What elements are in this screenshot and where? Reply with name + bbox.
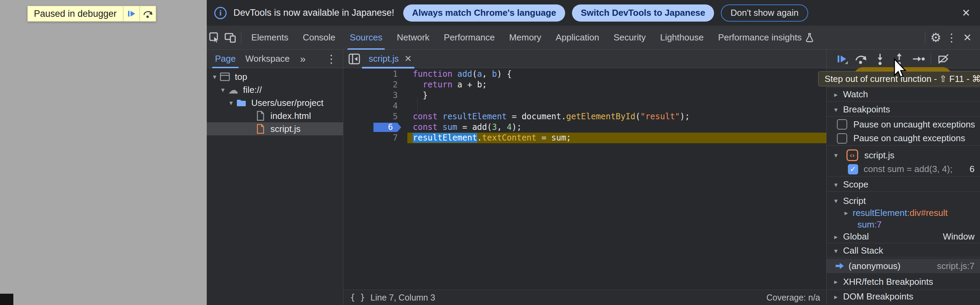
- tree-item-project-folder[interactable]: ▾ Users/user/project: [207, 96, 343, 109]
- scope-var-sum[interactable]: sum: 7: [827, 219, 980, 230]
- code-line-6[interactable]: const sum = add(3, 4);: [407, 122, 826, 133]
- breakpoint-group-script-js[interactable]: ▾ ‹› script.js: [827, 149, 980, 162]
- tab-sources[interactable]: Sources: [343, 26, 390, 50]
- expand-arrow-icon[interactable]: ▾: [832, 197, 840, 205]
- collapse-arrow-icon[interactable]: ▸: [832, 91, 840, 99]
- tab-network[interactable]: Network: [390, 26, 436, 50]
- navigator-tab-workspace[interactable]: Workspace: [244, 50, 291, 68]
- switch-to-japanese-button[interactable]: Switch DevTools to Japanese: [572, 5, 714, 22]
- code-line-2[interactable]: return a + b;: [407, 80, 826, 90]
- resume-script-button[interactable]: [123, 6, 139, 21]
- section-breakpoints[interactable]: ▾ Breakpoints: [827, 103, 980, 117]
- step-into-button[interactable]: [870, 50, 889, 68]
- expand-arrow-icon[interactable]: ▾: [832, 180, 840, 189]
- step-over-banner-button[interactable]: [139, 6, 156, 21]
- editor-tab-close-icon[interactable]: ✕: [404, 53, 412, 64]
- always-match-language-button[interactable]: Always match Chrome's language: [403, 5, 565, 22]
- expand-arrow-icon[interactable]: ▾: [832, 247, 840, 255]
- call-stack-frame-row[interactable]: (anonymous) script.js:7: [827, 259, 980, 273]
- checkbox-checked[interactable]: ✓: [848, 164, 858, 174]
- gutter-line-1[interactable]: 1: [343, 69, 407, 80]
- gutter-line-4[interactable]: 4: [343, 101, 407, 111]
- section-dom-breakpoints[interactable]: ▸ DOM Breakpoints: [827, 289, 980, 303]
- gutter-line-2[interactable]: 2: [343, 80, 407, 90]
- code-token: a: [477, 69, 482, 79]
- editor-tab-script-js[interactable]: script.js ✕: [367, 50, 414, 68]
- code-token: .: [477, 133, 482, 142]
- deactivate-breakpoints-button[interactable]: [934, 50, 953, 68]
- tree-item-top[interactable]: ▾ top: [207, 70, 343, 83]
- gutter-line-3[interactable]: 3: [343, 90, 407, 101]
- checkbox-unchecked[interactable]: [837, 133, 847, 144]
- gutter-line-7[interactable]: 7: [343, 133, 407, 143]
- code-token: = document.: [507, 112, 566, 121]
- code-editor[interactable]: 1234567 function add(a, b) { return a + …: [343, 68, 826, 289]
- code-line-4[interactable]: [407, 101, 826, 111]
- tab-lighthouse[interactable]: Lighthouse: [653, 26, 711, 50]
- resume-script-execution-button[interactable]: [832, 50, 851, 68]
- tree-label: script.js: [270, 124, 301, 134]
- section-watch[interactable]: ▸ Watch: [827, 88, 980, 101]
- breakpoint-code-snippet: const sum = add(3, 4);: [864, 164, 952, 174]
- breakpoint-marker[interactable]: 6: [374, 123, 401, 132]
- more-tabs-chevrons-icon[interactable]: »: [300, 53, 305, 65]
- code-line-1[interactable]: function add(a, b) {: [407, 69, 826, 80]
- code-line-3[interactable]: }: [407, 90, 826, 101]
- pretty-print-braces-icon[interactable]: { }: [343, 293, 371, 302]
- checkbox-unchecked[interactable]: [837, 119, 847, 129]
- section-scope[interactable]: ▾ Scope: [827, 178, 980, 192]
- collapse-arrow-icon[interactable]: ▸: [832, 278, 840, 286]
- paused-banner-label: Paused in debugger: [28, 6, 123, 21]
- collapse-arrow-icon[interactable]: ▸: [832, 293, 840, 301]
- var-value: div#result: [910, 208, 948, 218]
- inspect-element-icon[interactable]: [207, 29, 223, 47]
- tab-memory[interactable]: Memory: [502, 26, 548, 50]
- section-xhr-breakpoints[interactable]: ▸ XHR/fetch Breakpoints: [827, 275, 980, 289]
- scope-var-resultelement[interactable]: ▸ resultElement: div#result: [827, 207, 980, 219]
- toggle-navigator-icon[interactable]: [348, 53, 360, 65]
- tree-item-script-js[interactable]: script.js: [207, 122, 343, 136]
- step-over-button[interactable]: [851, 50, 870, 68]
- dont-show-again-button[interactable]: Don't show again: [721, 5, 808, 22]
- scope-global-row[interactable]: ▸ Global Window: [827, 230, 980, 243]
- expand-arrow-icon[interactable]: ▾: [832, 105, 840, 114]
- expand-arrow-icon[interactable]: ▸: [842, 209, 851, 217]
- code-token: b: [492, 69, 497, 79]
- scope-script-row[interactable]: ▾ Script: [827, 195, 980, 207]
- device-toolbar-icon[interactable]: [223, 29, 238, 47]
- code-token: "result": [640, 112, 680, 121]
- infobar-close-icon[interactable]: ✕: [962, 7, 970, 19]
- var-separator: :: [907, 208, 910, 218]
- step-button[interactable]: [909, 50, 928, 68]
- navigator-menu-kebab-icon[interactable]: ⋮: [323, 53, 340, 65]
- devtools-close-icon[interactable]: ✕: [959, 29, 975, 47]
- tab-console[interactable]: Console: [295, 26, 342, 50]
- code-token: a + b;: [452, 80, 487, 89]
- code-line-7[interactable]: resultElement.textContent = sum;: [407, 133, 826, 143]
- breakpoint-entry-row[interactable]: ✓ const sum = add(3, 4); 6: [827, 162, 980, 177]
- settings-gear-icon[interactable]: ⚙: [928, 29, 944, 47]
- code-line-5[interactable]: const resultElement = document.getElemen…: [407, 111, 826, 122]
- navigator-pane: Page Workspace » ⋮ ▾ top ▾ ☁ file://: [207, 50, 343, 305]
- gutter-line-6[interactable]: 6: [343, 122, 407, 133]
- folder-icon: [235, 99, 247, 107]
- gutter-line-5[interactable]: 5: [343, 111, 407, 122]
- more-options-kebab-icon[interactable]: ⋮: [944, 29, 959, 47]
- tab-performance[interactable]: Performance: [437, 26, 502, 50]
- tab-application[interactable]: Application: [548, 26, 606, 50]
- expand-arrow-icon[interactable]: ▾: [227, 99, 235, 107]
- expand-arrow-icon[interactable]: ▾: [218, 86, 227, 94]
- tree-item-index-html[interactable]: index.html: [207, 109, 343, 122]
- tree-item-file-protocol[interactable]: ▾ ☁ file://: [207, 83, 343, 96]
- expand-arrow-icon[interactable]: ▾: [210, 73, 219, 81]
- pause-caught-exceptions-row[interactable]: Pause on caught exceptions: [827, 131, 980, 145]
- expand-arrow-icon[interactable]: ▾: [832, 151, 840, 159]
- pause-uncaught-exceptions-row[interactable]: Pause on uncaught exceptions: [827, 118, 980, 131]
- section-call-stack[interactable]: ▾ Call Stack: [827, 244, 980, 257]
- tab-performance-insights[interactable]: Performance insights: [711, 26, 821, 50]
- tab-security[interactable]: Security: [606, 26, 653, 50]
- expand-arrow-icon[interactable]: ▸: [832, 233, 840, 241]
- code-token: function: [413, 69, 452, 79]
- navigator-tab-page[interactable]: Page: [213, 50, 237, 68]
- tab-elements[interactable]: Elements: [244, 26, 295, 50]
